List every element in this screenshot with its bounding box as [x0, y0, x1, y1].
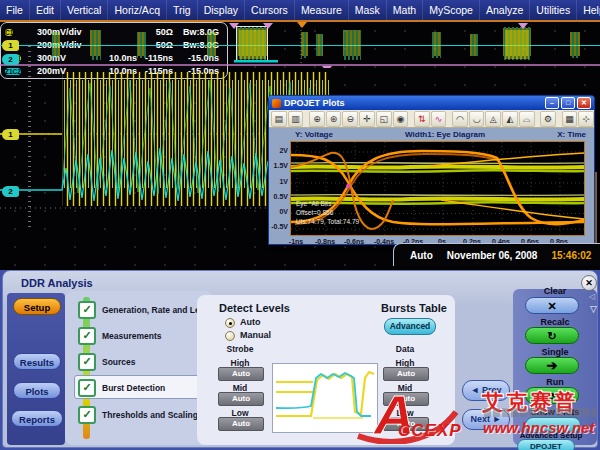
- menu-measure[interactable]: Measure: [295, 0, 349, 20]
- grid-icon[interactable]: ▦: [562, 111, 578, 127]
- auto-radio[interactable]: [225, 318, 235, 328]
- waveform-icon[interactable]: ∿: [431, 111, 447, 127]
- status-time: 15:46:02: [551, 250, 591, 261]
- step-measurements[interactable]: ✓ Measurements: [78, 327, 162, 345]
- checkbox-icon[interactable]: ✓: [78, 406, 96, 424]
- y-tick: 1V: [269, 178, 288, 185]
- run-button[interactable]: ⟳: [525, 387, 579, 404]
- burst-preview-thumbnail: [272, 363, 378, 433]
- zoom-in-icon[interactable]: ⊕: [309, 111, 325, 127]
- menu-file[interactable]: File: [0, 0, 30, 20]
- overview-waveform: [0, 22, 600, 68]
- show-plots-label: Show Plots: [515, 407, 595, 417]
- zoom-box-icon[interactable]: ◱: [376, 111, 392, 127]
- menu-trig[interactable]: Trig: [167, 0, 198, 20]
- zoom-cursor-icon[interactable]: ◉: [393, 111, 409, 127]
- auto-radio-label[interactable]: Auto: [240, 317, 261, 327]
- recalc-button[interactable]: ↻: [525, 327, 579, 344]
- step-burst-detection[interactable]: ✓ Burst Detection: [78, 379, 165, 397]
- crossing-marker: [346, 184, 350, 188]
- dpojet-title-bar[interactable]: DPOJET Plots – □ ✕: [269, 96, 594, 110]
- zoom-select-icon[interactable]: ⊛: [326, 111, 342, 127]
- nav-down-icon[interactable]: ▽: [590, 304, 597, 314]
- pan-icon[interactable]: ✛: [359, 111, 375, 127]
- menu-analyze[interactable]: Analyze: [480, 0, 530, 20]
- strobe-high-auto-button[interactable]: Auto: [218, 367, 264, 381]
- tab-plots[interactable]: Plots: [13, 382, 61, 399]
- plot-title: Width1: Eye Diagram: [405, 130, 485, 139]
- menu-horiz-acq[interactable]: Horiz/Acq: [108, 0, 167, 20]
- cursors-icon[interactable]: ⇅: [414, 111, 430, 127]
- tab-reports[interactable]: Reports: [11, 410, 63, 427]
- next-button[interactable]: Next ►: [462, 409, 510, 430]
- menu-help[interactable]: Help: [577, 0, 600, 20]
- channel2-zoom-marker[interactable]: 2: [2, 186, 19, 197]
- checkbox-icon[interactable]: ✓: [78, 379, 96, 397]
- step-label: Sources: [102, 357, 136, 367]
- dpojet-maximize-button[interactable]: □: [561, 97, 575, 109]
- strobe-mid-auto-button[interactable]: Auto: [218, 392, 264, 406]
- single-button[interactable]: ➔: [525, 357, 579, 374]
- manual-radio[interactable]: [225, 331, 235, 341]
- prev-button[interactable]: ◄ Prev: [462, 380, 510, 401]
- burst-preview-traces: [273, 364, 375, 430]
- data-mid-auto-button[interactable]: Auto: [383, 392, 429, 406]
- channel1-zoom-marker[interactable]: 1: [2, 129, 19, 140]
- data-low-auto-button[interactable]: Auto: [383, 417, 429, 431]
- zoom-out-icon[interactable]: ⊖: [342, 111, 358, 127]
- bursts-table-heading: Bursts Table: [369, 302, 459, 314]
- step-generation[interactable]: ✓ Generation, Rate and Levels: [78, 301, 216, 319]
- step-label: Thresholds and Scaling: [102, 410, 198, 420]
- tab-results[interactable]: Results: [13, 353, 61, 370]
- dpojet-toolbar: ▤ ▥ ⊕ ⊛ ⊖ ✛ ◱ ◉ ⇅ ∿ ◠ ◡ ◬ ◭ ⌓ ⚙ ▦ ⊹: [269, 110, 594, 128]
- menu-mask[interactable]: Mask: [349, 0, 387, 20]
- checkbox-icon[interactable]: ✓: [78, 353, 96, 371]
- strobe-low-auto-button[interactable]: Auto: [218, 417, 264, 431]
- acquisition-status-bar: Auto November 06, 2008 15:46:02: [393, 243, 600, 266]
- save-icon[interactable]: ▤: [271, 111, 287, 127]
- menu-utilities[interactable]: Utilities: [530, 0, 577, 20]
- step-sources[interactable]: ✓ Sources: [78, 353, 136, 371]
- advanced-button[interactable]: Advanced: [384, 318, 436, 335]
- y-tick: 2V: [269, 147, 288, 154]
- channel2-overview-marker[interactable]: 2: [2, 54, 19, 65]
- channel1-overview-marker[interactable]: 1: [2, 40, 19, 51]
- clear-button[interactable]: ✕: [525, 297, 579, 314]
- menu-display[interactable]: Display: [198, 0, 245, 20]
- trigger-marker: [297, 22, 307, 28]
- y-tick: 0.5V: [269, 193, 288, 200]
- print-icon[interactable]: ▥: [288, 111, 304, 127]
- config-icon[interactable]: ⚙: [540, 111, 556, 127]
- data-high-auto-button[interactable]: Auto: [383, 367, 429, 381]
- step-thresholds[interactable]: ✓ Thresholds and Scaling: [78, 406, 198, 424]
- menu-edit[interactable]: Edit: [30, 0, 61, 20]
- dpojet-launch-button[interactable]: DPOJET: [517, 439, 575, 450]
- dpojet-plots-window[interactable]: DPOJET Plots – □ ✕ ▤ ▥ ⊕ ⊛ ⊖ ✛ ◱ ◉ ⇅ ∿ ◠…: [268, 95, 595, 245]
- plot-eye-icon[interactable]: ◠: [452, 111, 468, 127]
- run-label: Run: [515, 377, 595, 387]
- step-label: Burst Detection: [102, 383, 165, 393]
- y-axis-label: Y: Voltage: [295, 130, 333, 139]
- dpojet-app-icon: [272, 99, 281, 108]
- checkbox-icon[interactable]: ✓: [78, 301, 96, 319]
- tab-setup[interactable]: Setup: [13, 298, 61, 315]
- menu-math[interactable]: Math: [387, 0, 423, 20]
- plot-histogram-icon[interactable]: ◬: [485, 111, 501, 127]
- dpojet-close-button[interactable]: ✕: [577, 97, 591, 109]
- plot-bathtub-icon[interactable]: ◡: [469, 111, 485, 127]
- manual-radio-label[interactable]: Manual: [240, 330, 271, 340]
- y-tick: 0V: [269, 208, 288, 215]
- reset-icon[interactable]: ⊹: [578, 111, 594, 127]
- single-label: Single: [515, 347, 595, 357]
- checkbox-icon[interactable]: ✓: [78, 327, 96, 345]
- plot-timetrend-icon[interactable]: ⌓: [519, 111, 535, 127]
- menu-myscope[interactable]: MyScope: [423, 0, 480, 20]
- status-date: November 06, 2008: [447, 250, 538, 261]
- plot-spectrum-icon[interactable]: ◭: [502, 111, 518, 127]
- menu-cursors[interactable]: Cursors: [245, 0, 295, 20]
- clear-label: Clear: [515, 286, 595, 296]
- menu-vertical[interactable]: Vertical: [61, 0, 108, 20]
- dpojet-minimize-button[interactable]: –: [545, 97, 559, 109]
- x-tick: -0.8ns: [310, 238, 340, 245]
- x-axis-label: X: Time: [557, 130, 586, 139]
